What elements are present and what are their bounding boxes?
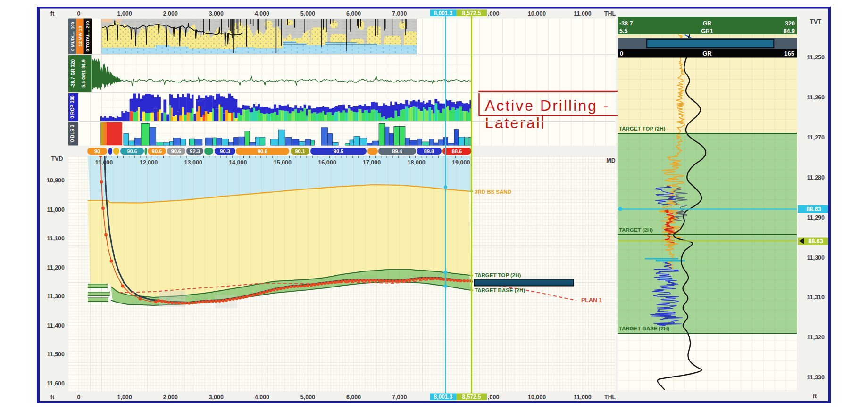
svg-text:,000: ,000: [488, 394, 499, 401]
svg-text:15,000: 15,000: [274, 159, 292, 166]
svg-text:0: 0: [77, 10, 81, 17]
svg-text:90.6: 90.6: [127, 148, 137, 154]
svg-text:11,400: 11,400: [47, 322, 65, 329]
svg-text:0: 0: [620, 50, 623, 57]
svg-text:11,260: 11,260: [807, 94, 825, 101]
svg-text:5,000: 5,000: [300, 394, 315, 401]
svg-text:2,000: 2,000: [163, 10, 178, 17]
svg-text:11,250: 11,250: [807, 54, 825, 61]
svg-text:10,900: 10,900: [47, 177, 65, 184]
svg-text:88.63: 88.63: [808, 238, 823, 245]
svg-text:11,330: 11,330: [807, 374, 825, 381]
svg-text:GR: GR: [703, 20, 712, 27]
svg-text:17,000: 17,000: [363, 159, 381, 166]
svg-text:,000: ,000: [488, 10, 499, 17]
svg-text:4,000: 4,000: [255, 10, 269, 17]
svg-text:5.5: 5.5: [619, 28, 627, 34]
svg-text:TARGET TOP (2H): TARGET TOP (2H): [475, 272, 521, 278]
svg-text:11,600: 11,600: [47, 380, 65, 387]
svg-text:13,000: 13,000: [184, 159, 202, 166]
svg-text:11,310: 11,310: [807, 294, 825, 301]
svg-text:3,000: 3,000: [209, 10, 224, 17]
svg-text:TARGET BASE (2H): TARGET BASE (2H): [475, 287, 525, 293]
svg-text:Active Drilling -: Active Drilling -: [485, 97, 609, 114]
svg-text:TARGET TOP (2H): TARGET TOP (2H): [619, 126, 666, 131]
svg-text:11,300: 11,300: [47, 293, 65, 300]
svg-text:GR: GR: [702, 50, 712, 57]
svg-text:-38.7: -38.7: [619, 20, 633, 27]
svg-text:11,000: 11,000: [574, 394, 592, 401]
svg-text:8,572.5: 8,572.5: [462, 394, 481, 400]
svg-text:GR1: GR1: [701, 28, 713, 34]
svg-text:89.4: 89.4: [392, 148, 402, 154]
svg-text:0: 0: [77, 394, 81, 401]
svg-text:8,001.3: 8,001.3: [434, 394, 452, 400]
svg-text:Lateral: Lateral: [485, 115, 541, 131]
svg-text:6,000: 6,000: [346, 394, 361, 401]
svg-text:3,000: 3,000: [209, 394, 224, 401]
svg-text:90.5: 90.5: [334, 148, 343, 154]
svg-text:11,000: 11,000: [95, 159, 113, 166]
svg-text:ft: ft: [50, 394, 55, 401]
svg-text:0 ROP 300: 0 ROP 300: [70, 95, 75, 119]
svg-text:320: 320: [785, 20, 795, 27]
svg-text:12 MW 13: 12 MW 13: [77, 26, 83, 46]
svg-text:11,300: 11,300: [807, 254, 825, 261]
svg-text:18,000: 18,000: [408, 159, 426, 166]
svg-text:89.8: 89.8: [424, 148, 434, 154]
svg-text:8,001.3: 8,001.3: [434, 10, 452, 16]
svg-text:TARGET (2H): TARGET (2H): [619, 227, 653, 233]
svg-text:19,000: 19,000: [452, 159, 470, 166]
svg-text:TARGET BASE (2H): TARGET BASE (2H): [619, 326, 669, 331]
svg-text:3RD BS SAND: 3RD BS SAND: [475, 189, 511, 195]
svg-text:4,000: 4,000: [255, 394, 269, 401]
svg-text:90.6: 90.6: [171, 148, 181, 154]
svg-text:8,572.5: 8,572.5: [462, 10, 481, 16]
svg-text:7,000: 7,000: [392, 394, 407, 401]
svg-text:90.1: 90.1: [295, 148, 305, 154]
svg-text:11,280: 11,280: [807, 174, 825, 181]
svg-text:5,000: 5,000: [300, 10, 315, 17]
svg-text:90: 90: [94, 148, 100, 154]
svg-text:1,000: 1,000: [117, 10, 132, 17]
svg-text:90.8: 90.8: [258, 148, 267, 154]
svg-text:0 MUDL... 100: 0 MUDL... 100: [70, 22, 75, 51]
svg-text:0 TOTAL... 210: 0 TOTAL... 210: [85, 21, 90, 51]
svg-text:11,200: 11,200: [47, 264, 65, 271]
svg-text:7,000: 7,000: [392, 10, 407, 17]
svg-text:ft: ft: [813, 393, 817, 400]
svg-text:2,000: 2,000: [163, 394, 178, 401]
svg-text:11,500: 11,500: [47, 351, 65, 358]
svg-text:14,000: 14,000: [229, 159, 247, 166]
svg-text:12,000: 12,000: [140, 159, 158, 166]
svg-text:11,000: 11,000: [574, 10, 592, 17]
svg-text:1,000: 1,000: [117, 394, 132, 401]
svg-text:11,320: 11,320: [807, 334, 825, 341]
svg-text:ft: ft: [50, 10, 55, 17]
svg-text:-38.7 GR 320: -38.7 GR 320: [70, 59, 75, 88]
svg-text:0 DLS 3: 0 DLS 3: [70, 124, 75, 142]
svg-text:84.9: 84.9: [784, 28, 795, 34]
svg-text:TVT: TVT: [810, 18, 822, 25]
svg-text:PLAN 1: PLAN 1: [581, 297, 602, 303]
svg-text:92.3: 92.3: [190, 148, 200, 154]
svg-text:90.6: 90.6: [152, 148, 162, 154]
svg-text:90.3: 90.3: [220, 148, 230, 154]
svg-text:16,000: 16,000: [318, 159, 336, 166]
svg-text:10,000: 10,000: [528, 394, 546, 401]
svg-text:THL: THL: [604, 394, 616, 401]
svg-text:5.5 GR1 84.9: 5.5 GR1 84.9: [81, 59, 86, 88]
svg-text:88.6: 88.6: [452, 148, 462, 154]
svg-text:6,000: 6,000: [346, 10, 361, 17]
svg-text:11,100: 11,100: [47, 235, 65, 242]
svg-text:11,290: 11,290: [807, 214, 825, 221]
svg-text:TVD: TVD: [51, 156, 63, 162]
svg-text:11,000: 11,000: [47, 206, 65, 213]
svg-text:11,270: 11,270: [807, 134, 825, 141]
svg-text:165: 165: [784, 50, 794, 57]
svg-text:10,000: 10,000: [528, 10, 546, 17]
svg-text:MD: MD: [606, 157, 615, 164]
svg-text:88.63: 88.63: [806, 206, 821, 213]
svg-text:THL: THL: [604, 10, 616, 17]
